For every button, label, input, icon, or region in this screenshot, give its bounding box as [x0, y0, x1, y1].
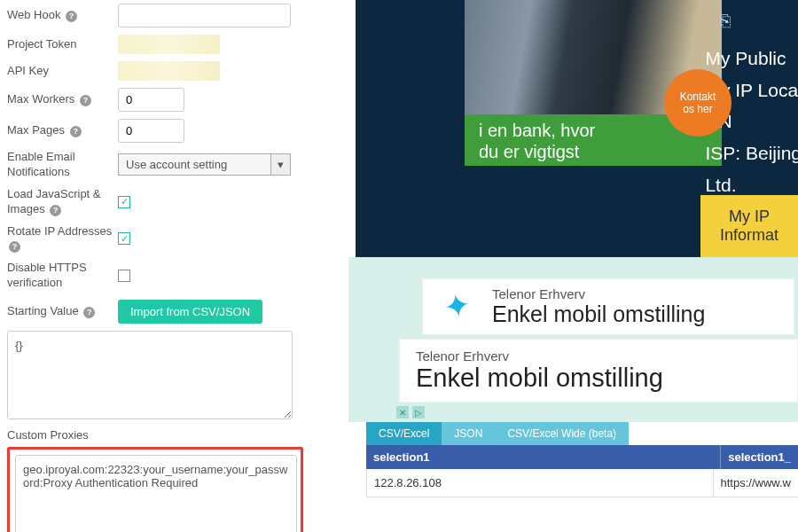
ad-brand: Telenor Erhverv — [416, 348, 663, 364]
tab-csv[interactable]: CSV/Excel — [366, 422, 442, 445]
custom-proxies-textarea[interactable] — [15, 455, 297, 532]
table-row: 122.8.26.108 https://www.w — [366, 469, 798, 497]
help-icon[interactable]: ? — [83, 307, 95, 318]
help-icon[interactable]: ? — [70, 126, 82, 137]
telenor-logo-icon: ✦ — [442, 286, 474, 328]
adchoices-icon[interactable]: ✕▷ — [396, 406, 425, 419]
rotate-ip-checkbox[interactable]: ✓ — [118, 232, 130, 245]
project-token-label: Project Token — [7, 37, 118, 52]
custom-proxies-highlight — [7, 447, 303, 532]
column-header[interactable]: selection1 — [366, 445, 721, 469]
tab-csv-wide[interactable]: CSV/Excel Wide (beta) — [495, 422, 629, 445]
import-button[interactable]: Import from CSV/JSON — [118, 300, 262, 324]
telenor-ad-2[interactable]: Telenor Erhverv Enkel mobil omstilling — [399, 339, 798, 403]
hero-section: i en bank, hvor du er vigtigst ⎘ Kontakt… — [356, 0, 798, 257]
web-hook-label: Web Hook ? — [7, 8, 118, 23]
email-notif-label: Enable Email Notifications — [7, 150, 118, 180]
starting-value-label: Starting Value ? — [7, 304, 118, 319]
disable-https-checkbox[interactable]: ✓ — [118, 270, 130, 282]
settings-form: Web Hook ? Project Token API Key Max Wor… — [0, 0, 324, 532]
tab-json[interactable]: JSON — [442, 422, 495, 445]
chevron-down-icon: ▾ — [270, 154, 290, 175]
select-value: Use account setting — [126, 158, 227, 171]
cell-selection1: 122.8.26.108 — [366, 469, 714, 497]
help-icon[interactable]: ? — [80, 95, 91, 106]
custom-proxies-label: Custom Proxies — [7, 428, 317, 442]
web-hook-input[interactable] — [118, 4, 291, 27]
max-pages-label: Max Pages ? — [7, 123, 118, 138]
api-key-redacted — [118, 61, 220, 81]
rotate-ip-label: Rotate IP Addresses ? — [7, 224, 118, 254]
ad-brand: Telenor Erhverv — [492, 286, 705, 301]
load-js-checkbox[interactable]: ✓ — [118, 196, 130, 208]
column-header[interactable]: selection1_ — [721, 445, 798, 469]
project-token-redacted — [118, 35, 220, 54]
load-js-label: Load JavaScript & Images ? — [7, 187, 118, 217]
max-workers-input[interactable] — [118, 88, 184, 112]
copy-icon[interactable]: ⎘ — [720, 11, 731, 31]
results-panel: CSV/Excel JSON CSV/Excel Wide (beta) sel… — [348, 422, 798, 497]
telenor-ad-1[interactable]: ✦ Telenor Erhverv Enkel mobil omstilling — [422, 278, 794, 335]
cell-selection1-url: https://www.w — [714, 469, 798, 497]
api-key-label: API Key — [7, 64, 118, 79]
ad-headline: Enkel mobil omstilling — [416, 364, 663, 393]
max-workers-label: Max Workers ? — [7, 92, 118, 107]
preview-pane: i en bank, hvor du er vigtigst ⎘ Kontakt… — [348, 0, 798, 532]
disable-https-label: Disable HTTPS verification — [7, 261, 118, 291]
help-icon[interactable]: ? — [66, 11, 77, 22]
ad-headline: Enkel mobil omstilling — [492, 301, 705, 327]
help-icon[interactable]: ? — [9, 241, 20, 253]
help-icon[interactable]: ? — [50, 205, 61, 216]
contact-badge[interactable]: Kontaktos her — [664, 69, 732, 137]
result-header: selection1 selection1_ — [366, 445, 798, 469]
result-tabs: CSV/Excel JSON CSV/Excel Wide (beta) — [366, 422, 798, 445]
ad-band: ✦ Telenor Erhverv Enkel mobil omstilling… — [348, 257, 798, 422]
max-pages-input[interactable] — [118, 119, 184, 143]
starting-value-textarea[interactable] — [7, 331, 293, 419]
email-notif-select[interactable]: Use account setting ▾ — [118, 153, 291, 176]
my-ip-info-button[interactable]: My IP Informat — [700, 195, 798, 257]
